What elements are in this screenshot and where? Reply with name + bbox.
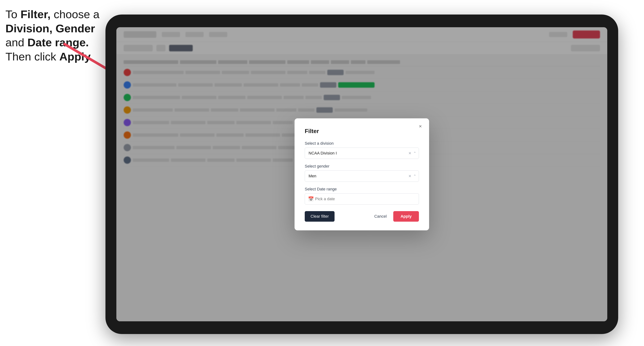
division-form-group: Select a division NCAA Division I NCAA D… — [305, 141, 419, 159]
instruction-bold-division-gender: Division, Gender — [6, 22, 95, 35]
division-select-wrapper[interactable]: NCAA Division I NCAA Division II NCAA Di… — [305, 148, 419, 159]
instruction-panel: To Filter, choose a Division, Gender and… — [6, 7, 107, 64]
division-select[interactable]: NCAA Division I NCAA Division II NCAA Di… — [305, 148, 419, 159]
modal-footer: Clear filter Cancel Apply — [305, 211, 419, 222]
modal-footer-right: Cancel Apply — [371, 211, 419, 222]
instruction-line4: Then click Apply. — [6, 50, 93, 63]
gender-label: Select gender — [305, 164, 419, 169]
gender-form-group: Select gender Men Women ✕ ⌃ — [305, 164, 419, 182]
cancel-button[interactable]: Cancel — [371, 214, 390, 219]
tablet-frame: × Filter Select a division NCAA Division… — [106, 14, 618, 334]
date-form-group: Select Date range 📅 — [305, 187, 419, 205]
date-input-wrapper[interactable]: 📅 — [305, 193, 419, 205]
tablet-screen: × Filter Select a division NCAA Division… — [116, 27, 607, 321]
division-label: Select a division — [305, 141, 419, 146]
modal-title: Filter — [305, 128, 419, 135]
gender-select-wrapper[interactable]: Men Women ✕ ⌃ — [305, 171, 419, 182]
filter-modal: × Filter Select a division NCAA Division… — [294, 118, 429, 230]
date-label: Select Date range — [305, 187, 419, 191]
modal-overlay: × Filter Select a division NCAA Division… — [116, 27, 607, 321]
gender-select[interactable]: Men Women — [305, 171, 419, 182]
instruction-line1: To Filter, choose a — [6, 8, 100, 20]
apply-button[interactable]: Apply — [393, 211, 419, 222]
instruction-line3: and Date range. — [6, 36, 89, 49]
date-input[interactable] — [305, 193, 419, 205]
clear-filter-button[interactable]: Clear filter — [305, 211, 334, 222]
modal-close-button[interactable]: × — [417, 123, 424, 130]
